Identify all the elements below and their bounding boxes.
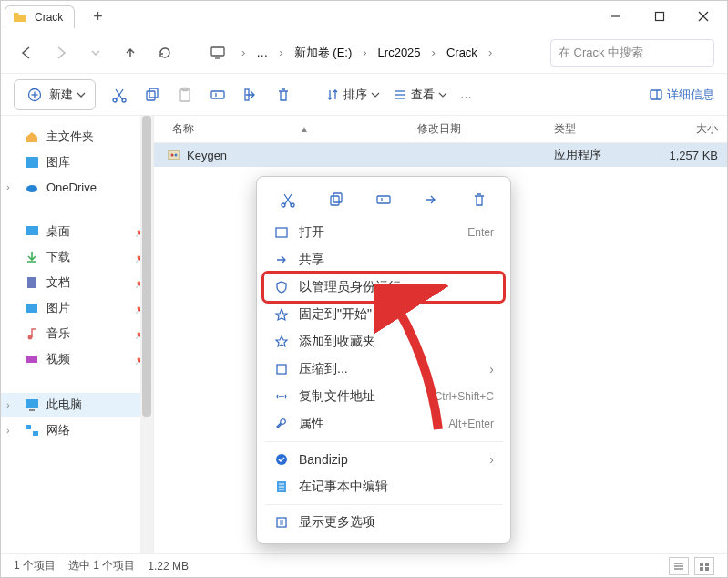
cm-copy-path[interactable]: 复制文件地址Ctrl+Shift+C — [264, 383, 503, 410]
copy-button[interactable] — [141, 84, 163, 106]
sidebar-scrollbar[interactable] — [140, 116, 153, 563]
chevron-right-icon: › — [489, 452, 494, 467]
refresh-button[interactable] — [152, 40, 178, 66]
maximize-button[interactable] — [640, 4, 680, 29]
document-icon — [25, 275, 39, 290]
folder-icon — [13, 10, 27, 25]
svg-rect-44 — [277, 365, 286, 374]
close-button[interactable] — [683, 4, 723, 29]
share-button[interactable] — [240, 84, 261, 106]
cut-button[interactable] — [108, 84, 130, 106]
sidebar-item-home[interactable]: 主文件夹 — [1, 125, 153, 149]
chevron-down-icon — [438, 90, 447, 99]
sidebar-item-music[interactable]: 音乐📌 — [1, 322, 153, 346]
view-details-button[interactable] — [669, 557, 689, 575]
music-icon — [25, 326, 39, 341]
window-controls — [596, 4, 723, 29]
new-button[interactable]: 新建 — [14, 79, 96, 110]
cm-compress[interactable]: 压缩到...› — [264, 356, 503, 383]
home-icon — [25, 129, 39, 144]
svg-rect-43 — [276, 228, 287, 237]
forward-button[interactable] — [48, 40, 74, 66]
view-button[interactable]: 查看 — [393, 87, 447, 103]
pc-icon — [25, 397, 39, 412]
svg-point-36 — [175, 154, 178, 157]
recent-dropdown[interactable] — [83, 40, 108, 66]
sidebar-item-desktop[interactable]: 桌面📌 — [1, 220, 153, 243]
cm-open[interactable]: 打开Enter — [264, 219, 503, 246]
cm-notepad[interactable]: 在记事本中编辑 — [264, 473, 503, 501]
chevron-right-icon[interactable]: › — [6, 399, 10, 410]
cm-bandizip[interactable]: Bandizip› — [264, 446, 503, 473]
video-icon — [25, 352, 39, 366]
svg-rect-29 — [26, 356, 37, 363]
sidebar-item-videos[interactable]: 视频📌 — [1, 347, 153, 371]
svg-point-35 — [171, 154, 174, 157]
breadcrumb-lrc2025[interactable]: Lrc2025 — [378, 46, 421, 59]
cm-copy-button[interactable] — [324, 188, 348, 212]
svg-rect-1 — [656, 13, 664, 21]
column-date: 修改日期 — [417, 121, 554, 137]
delete-button[interactable] — [272, 84, 294, 106]
file-row[interactable]: Keygen 应用程序 1,257 KB — [154, 143, 727, 167]
more-button[interactable]: … — [460, 88, 472, 101]
minimize-button[interactable] — [596, 4, 636, 29]
breadcrumb-drive[interactable]: 新加卷 (E:) — [294, 45, 353, 61]
separator — [264, 441, 503, 442]
breadcrumb-crack[interactable]: Crack — [446, 46, 477, 59]
gallery-icon — [25, 155, 39, 170]
sidebar-item-onedrive[interactable]: ›OneDrive — [1, 176, 153, 198]
view-icons-button[interactable] — [694, 557, 714, 575]
desktop-icon — [25, 224, 39, 239]
search-input[interactable]: 在 Crack 中搜索 — [550, 39, 714, 67]
cm-pin-start[interactable]: 固定到"开始" — [264, 301, 503, 328]
tab-crack[interactable]: Crack — [5, 5, 75, 28]
chevron-down-icon — [371, 90, 380, 99]
back-button[interactable] — [14, 40, 39, 66]
toolbar: 新建 排序 查看 … 详细信息 — [1, 74, 727, 116]
cm-show-more[interactable]: 显示更多选项 — [264, 509, 503, 536]
exe-icon — [167, 148, 181, 162]
chevron-right-icon[interactable]: › — [6, 181, 10, 192]
breadcrumb-dots[interactable]: … — [256, 46, 268, 59]
rename-button[interactable] — [207, 84, 229, 106]
svg-rect-34 — [169, 150, 179, 160]
sidebar-item-documents[interactable]: 文档📌 — [1, 271, 153, 294]
svg-rect-39 — [331, 196, 339, 205]
star-icon — [273, 334, 290, 350]
chevron-right-icon: › — [363, 46, 366, 59]
details-pane-button[interactable]: 详细信息 — [649, 87, 714, 103]
details-icon — [649, 88, 663, 102]
sidebar-item-gallery[interactable]: 图库 — [1, 150, 153, 174]
svg-rect-4 — [211, 47, 224, 56]
open-icon — [273, 224, 290, 241]
cm-rename-button[interactable] — [372, 188, 395, 212]
sidebar-item-thispc[interactable]: ›此电脑 — [1, 393, 153, 417]
status-bar: 1 个项目 选中 1 个项目 1.22 MB — [1, 553, 727, 577]
sidebar-item-network[interactable]: ›网络 — [1, 418, 153, 442]
thispc-icon[interactable] — [205, 40, 231, 66]
cm-properties[interactable]: 属性Alt+Enter — [264, 410, 503, 438]
chevron-right-icon: › — [279, 46, 282, 59]
sidebar-item-pictures[interactable]: 图片📌 — [1, 296, 153, 320]
column-name: 名称 — [172, 121, 194, 137]
cm-run-as-admin[interactable]: 以管理员身份运行 — [264, 274, 503, 301]
download-icon — [25, 250, 39, 264]
chevron-down-icon — [77, 90, 86, 99]
up-button[interactable] — [118, 40, 143, 66]
svg-rect-40 — [333, 193, 342, 202]
sort-button[interactable]: 排序 — [325, 87, 380, 103]
sort-asc-icon: ▲ — [300, 124, 309, 134]
cm-share[interactable]: 共享 — [264, 246, 503, 274]
chevron-right-icon[interactable]: › — [6, 425, 10, 436]
cm-cut-button[interactable] — [276, 188, 300, 212]
cm-share-button[interactable] — [419, 188, 443, 212]
cm-favorite[interactable]: 添加到收藏夹 — [264, 328, 503, 356]
sidebar-item-downloads[interactable]: 下载📌 — [1, 245, 153, 269]
cm-delete-button[interactable] — [467, 188, 491, 212]
new-tab-button[interactable]: + — [93, 7, 103, 26]
column-headers[interactable]: 名称▲ 修改日期 类型 大小 — [154, 116, 727, 143]
svg-rect-41 — [377, 196, 390, 203]
cloud-icon — [25, 180, 39, 194]
paste-button[interactable] — [174, 84, 196, 106]
